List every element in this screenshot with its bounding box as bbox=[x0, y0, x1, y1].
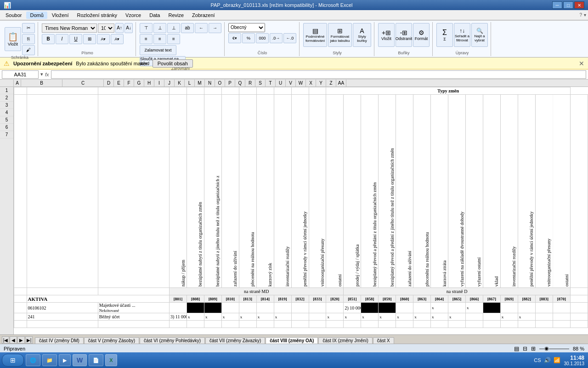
decrease-font-button[interactable]: A↓ bbox=[124, 23, 133, 33]
decrease-decimal-button[interactable]: ←.0 bbox=[283, 33, 296, 43]
menu-vzorce[interactable]: Vzorce bbox=[122, 12, 145, 19]
cell-G-header[interactable]: zařazení do užívání bbox=[221, 95, 239, 288]
cell-AA7[interactable] bbox=[570, 321, 588, 328]
cell-B7[interactable] bbox=[27, 321, 98, 328]
underline-button[interactable]: U bbox=[69, 34, 82, 44]
cell-H1[interactable] bbox=[239, 87, 256, 95]
row-num-4[interactable]: 4 bbox=[0, 109, 13, 116]
cell-R4[interactable]: [863] bbox=[413, 295, 431, 303]
cell-B1[interactable] bbox=[27, 87, 98, 95]
cell-V6[interactable] bbox=[483, 313, 500, 321]
cell-H-header[interactable]: přecenění na reálnou hodnotu bbox=[239, 95, 256, 288]
cell-C1[interactable] bbox=[98, 87, 169, 95]
sheet-tab-5[interactable]: část IX (změny Jmění) bbox=[318, 337, 372, 344]
cell-M-header[interactable]: ostatní bbox=[326, 95, 344, 288]
cell-S5[interactable]: x bbox=[431, 303, 448, 313]
cell-Q4[interactable]: [860] bbox=[396, 295, 413, 303]
sheet-tab-6[interactable]: část X bbox=[373, 337, 394, 344]
col-header-P[interactable]: P bbox=[225, 80, 235, 86]
formula-input[interactable] bbox=[51, 70, 586, 79]
sheet-tab-1[interactable]: část V (změny Zásoby) bbox=[84, 337, 139, 344]
col-header-I[interactable]: I bbox=[154, 80, 164, 86]
row-num-5[interactable]: 5 bbox=[0, 116, 13, 124]
name-box[interactable] bbox=[2, 70, 39, 79]
col-header-E[interactable]: E bbox=[114, 80, 124, 86]
cell-D7[interactable] bbox=[170, 321, 187, 328]
increase-font-button[interactable]: A↑ bbox=[115, 23, 124, 33]
cell-V7[interactable] bbox=[483, 321, 500, 328]
view-pagebreak-icon[interactable]: ⊞ bbox=[531, 345, 536, 352]
col-header-X[interactable]: X bbox=[306, 80, 316, 86]
col-header-W[interactable]: W bbox=[296, 80, 306, 86]
cell-F-header[interactable]: bezúplatné nabytí z jiného titulu než z … bbox=[204, 95, 221, 288]
cell-R7[interactable] bbox=[413, 321, 431, 328]
italic-button[interactable]: I bbox=[56, 34, 68, 44]
format-painter-button[interactable]: 🖌 bbox=[22, 45, 35, 55]
cell-K4[interactable]: [832] bbox=[291, 295, 309, 303]
cell-O-header[interactable]: bezúplatný převod a předání z titulu org… bbox=[361, 95, 379, 288]
font-color-button[interactable]: A▾ bbox=[111, 34, 124, 44]
cell-M1-typy[interactable]: Typy změn bbox=[326, 87, 570, 95]
cell-K6[interactable] bbox=[291, 313, 309, 321]
cell-F6[interactable]: x bbox=[204, 313, 221, 321]
cell-T5[interactable] bbox=[448, 303, 466, 313]
taskbar-browser[interactable]: 🌐 bbox=[26, 354, 40, 366]
cell-Z4[interactable]: [870] bbox=[553, 295, 570, 303]
cell-K5[interactable] bbox=[291, 303, 309, 313]
cell-S6[interactable]: x bbox=[431, 313, 448, 321]
cell-X7[interactable] bbox=[518, 321, 535, 328]
cell-M4[interactable]: [820] bbox=[326, 295, 344, 303]
minimize-button[interactable]: ─ bbox=[552, 1, 562, 9]
col-header-C[interactable]: C bbox=[62, 80, 104, 86]
sum-button[interactable]: Σ Σ bbox=[436, 23, 453, 47]
cell-AA5[interactable] bbox=[570, 303, 588, 313]
network-icon[interactable]: 📶 bbox=[554, 357, 560, 363]
cell-T6[interactable]: x bbox=[448, 313, 466, 321]
cell-G6[interactable]: x bbox=[221, 313, 239, 321]
cell-Y-header[interactable]: vnitroorganizační přesuny bbox=[535, 95, 553, 288]
cell-D5[interactable] bbox=[170, 303, 187, 313]
cell-I7[interactable] bbox=[256, 321, 274, 328]
insert-button[interactable]: +⊞ Vložit bbox=[378, 23, 395, 47]
align-middle-button[interactable]: ⊥ bbox=[153, 23, 166, 33]
conditional-format-button[interactable]: ▤ Podmíněné formátování bbox=[303, 23, 327, 47]
cell-T4[interactable]: [865] bbox=[448, 295, 466, 303]
cell-W5[interactable] bbox=[500, 303, 518, 313]
cell-K-header[interactable]: peněžní převody v rámci účetní jednotky bbox=[291, 95, 309, 288]
cell-P4[interactable]: [859] bbox=[379, 295, 396, 303]
cell-X5[interactable] bbox=[518, 303, 535, 313]
security-close-button[interactable]: ✕ bbox=[579, 60, 584, 67]
cell-I5[interactable] bbox=[256, 303, 274, 313]
cell-Y5[interactable] bbox=[535, 303, 553, 313]
cell-R5[interactable] bbox=[413, 303, 431, 313]
cell-Y6[interactable] bbox=[535, 313, 553, 321]
cell-B3[interactable] bbox=[27, 288, 98, 295]
sheet-scroll-next[interactable]: ▶ bbox=[17, 336, 25, 344]
cell-A1[interactable] bbox=[14, 87, 27, 95]
sheet-tab-0[interactable]: část IV (změny DM) bbox=[35, 337, 84, 344]
allow-content-button[interactable]: Povolit obsah bbox=[153, 59, 193, 68]
cell-P-header[interactable]: bezúplatný převod a předání z jiného tit… bbox=[379, 95, 396, 288]
restore-button[interactable]: □ bbox=[563, 1, 573, 9]
close-button[interactable]: ✕ bbox=[574, 1, 584, 9]
cell-AA4[interactable] bbox=[570, 295, 588, 303]
font-size-select[interactable]: 10 bbox=[98, 23, 114, 33]
cell-L-header[interactable]: vnitroorganizační přesuny bbox=[309, 95, 326, 288]
col-header-G[interactable]: G bbox=[134, 80, 144, 86]
cell-G7[interactable] bbox=[221, 321, 239, 328]
cell-N-header[interactable]: prodej / výdaj / splátka bbox=[344, 95, 361, 288]
menu-domu[interactable]: Domů bbox=[26, 12, 47, 19]
taskbar-excel[interactable]: X bbox=[105, 354, 117, 366]
col-header-O[interactable]: O bbox=[215, 80, 225, 86]
cell-Q6[interactable]: x bbox=[396, 313, 413, 321]
taskbar-media[interactable]: ▶ bbox=[59, 354, 71, 366]
cell-A7[interactable] bbox=[14, 321, 27, 328]
format-as-table-button[interactable]: ⊞ Formátovat jako tabulku bbox=[328, 23, 352, 47]
col-header-J[interactable]: J bbox=[164, 80, 175, 86]
col-header-AA[interactable]: AA bbox=[336, 80, 346, 86]
cell-J6[interactable]: x bbox=[274, 313, 291, 321]
cell-N6[interactable]: x bbox=[344, 313, 361, 321]
start-button[interactable]: ⊞ bbox=[2, 354, 24, 367]
cell-O7[interactable] bbox=[361, 321, 379, 328]
bold-button[interactable]: B bbox=[42, 34, 55, 44]
